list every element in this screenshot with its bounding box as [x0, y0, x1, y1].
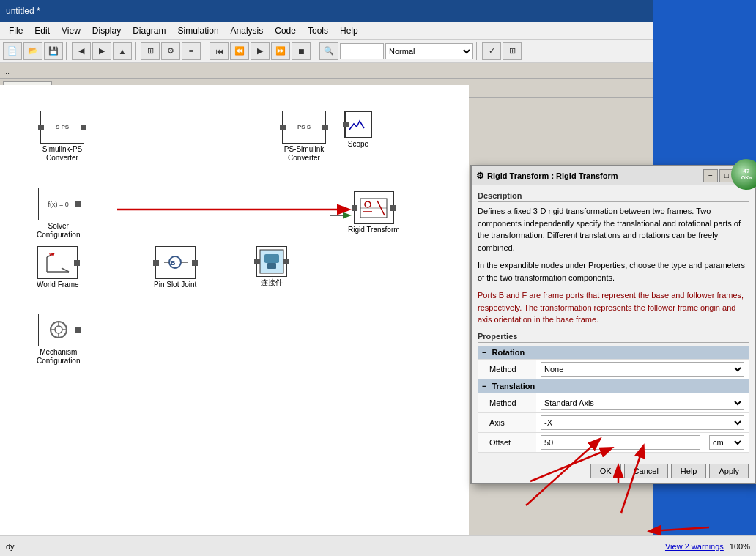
zoom-btn[interactable]: 🔍	[319, 42, 338, 60]
apply-button[interactable]: Apply	[709, 464, 749, 478]
translation-method-value[interactable]: Standard Axis Cartesian	[536, 393, 749, 412]
mechanism-label: MechanismConfiguration	[37, 348, 80, 366]
rotation-method-select[interactable]: None Aligned Axes Rotation Sequence	[541, 362, 744, 377]
svg-rect-24	[267, 263, 276, 269]
scope-block[interactable]: Scope	[344, 111, 372, 149]
rigid-transform-block[interactable]: Rigid Transform	[348, 191, 400, 234]
zoom-input[interactable]: 10.0	[340, 43, 384, 59]
description-text3: Ports B and F are frame ports that repre…	[478, 289, 749, 326]
warnings-link[interactable]: View 2 warnings	[665, 542, 724, 551]
new-button[interactable]: 📄	[3, 42, 22, 60]
simulink-ps-block[interactable]: S PS Simulink-PSConverter	[40, 111, 84, 163]
menu-simulation[interactable]: Simulation	[172, 24, 225, 37]
dialog-footer: OK Cancel Help Apply	[472, 459, 755, 483]
offset-input[interactable]	[541, 435, 700, 450]
status-bar: dy View 2 warnings 100%	[0, 535, 756, 556]
menu-display[interactable]: Display	[86, 24, 127, 37]
breadcrumb-bar: ...	[0, 63, 756, 79]
axis-select[interactable]: -X +X +Y -Y +Z -Z	[541, 415, 744, 430]
offset-unit-cell[interactable]: cm m mm	[705, 432, 749, 452]
offset-value-cell[interactable]	[536, 432, 705, 452]
status-ready: dy	[6, 542, 15, 551]
rotation-method-row: Method None Aligned Axes Rotation Sequen…	[478, 359, 749, 379]
dialog-icon: ⚙	[476, 171, 484, 181]
connector-block[interactable]: 连接件	[256, 246, 287, 287]
toolbar-sep3	[204, 42, 207, 60]
up-button[interactable]: ▲	[113, 42, 132, 60]
translation-method-label: Method	[478, 393, 536, 412]
connector-label: 连接件	[261, 278, 283, 287]
forward-button[interactable]: ▶	[92, 42, 111, 60]
grid-btn[interactable]: ⊞	[503, 42, 522, 60]
play-button[interactable]: ▶	[251, 42, 270, 60]
help-button[interactable]: Help	[671, 464, 707, 478]
translation-method-select[interactable]: Standard Axis Cartesian	[541, 396, 744, 410]
toolbar: 📄 📂 💾 ◀ ▶ ▲ ⊞ ⚙ ≡ ⏮ ⏪ ▶ ⏩ ⏹ 🔍 10.0 Norma…	[0, 40, 756, 63]
rotation-section-row[interactable]: − Rotation	[478, 346, 749, 360]
ps-simulink-block[interactable]: PS S PS-SimulinkConverter	[282, 111, 326, 163]
solver-block[interactable]: f(x) = 0 SolverConfiguration	[37, 188, 80, 240]
open-button[interactable]: 📂	[23, 42, 42, 60]
toolbar-sep1	[66, 42, 69, 60]
status-indicator: 47OKa	[731, 159, 756, 190]
back-button[interactable]: ◀	[72, 42, 91, 60]
sim-btn2[interactable]: ⏪	[230, 42, 249, 60]
description-text2: In the expandible nodes under Properties…	[478, 259, 749, 283]
toolbar-sep2	[135, 42, 138, 60]
breadcrumb-label: ...	[3, 67, 10, 75]
axis-label: Axis	[478, 412, 536, 432]
description-text: Defines a fixed 3-D rigid transformation…	[478, 205, 749, 253]
dialog-minimize-btn[interactable]: −	[703, 169, 718, 182]
rigid-transform-label: Rigid Transform	[348, 226, 400, 234]
ps-simulink-label: PS-SimulinkConverter	[284, 145, 324, 163]
svg-rect-23	[264, 254, 279, 263]
pin-slot-label: Pin Slot Joint	[154, 281, 196, 289]
offset-label: Offset	[478, 432, 536, 452]
description-section-label: Description	[478, 191, 749, 202]
scope-label: Scope	[348, 140, 368, 149]
menu-analysis[interactable]: Analysis	[225, 24, 270, 37]
check-btn[interactable]: ✓	[482, 42, 501, 60]
world-frame-block[interactable]: W World Frame	[37, 246, 79, 289]
mechanism-block[interactable]: MechanismConfiguration	[37, 314, 80, 366]
svg-text:W: W	[49, 251, 55, 258]
menu-file[interactable]: File	[3, 24, 29, 37]
menu-diagram[interactable]: Diagram	[127, 24, 171, 37]
translation-section-row[interactable]: − Translation	[478, 379, 749, 393]
canvas-area[interactable]: S PS Simulink-PSConverter PS S PS-Simuli…	[0, 85, 469, 535]
sim-btn1[interactable]: ⏮	[210, 42, 229, 60]
app-title: untitled *	[6, 6, 40, 16]
translation-method-row: Method Standard Axis Cartesian	[478, 393, 749, 412]
menu-code[interactable]: Code	[269, 24, 302, 37]
simulink-ps-label: Simulink-PSConverter	[42, 145, 82, 163]
dialog-title: Rigid Transform : Rigid Transform	[487, 171, 618, 180]
ok-button[interactable]: OK	[590, 464, 621, 478]
rigid-transform-dialog: ⚙ Rigid Transform : Rigid Transform − □ …	[470, 165, 756, 484]
zoom-level: 100%	[730, 542, 750, 551]
step-button[interactable]: ⏩	[271, 42, 290, 60]
world-frame-label: World Frame	[37, 281, 79, 289]
menu-tools[interactable]: Tools	[302, 24, 334, 37]
save-button[interactable]: 💾	[44, 42, 63, 60]
model-btn[interactable]: ⊞	[141, 42, 160, 60]
title-bar: untitled * − □ ✕	[0, 0, 756, 22]
rotation-method-label: Method	[478, 359, 536, 379]
cancel-button[interactable]: Cancel	[624, 464, 668, 478]
rotation-method-value[interactable]: None Aligned Axes Rotation Sequence	[536, 359, 749, 379]
axis-value[interactable]: -X +X +Y -Y +Z -Z	[536, 412, 749, 432]
sim-mode-select[interactable]: Normal Accelerator Rapid Accelerator	[385, 43, 473, 59]
stop-button[interactable]: ⏹	[292, 42, 311, 60]
svg-point-26	[55, 326, 62, 333]
offset-row: Offset cm m mm	[478, 432, 749, 452]
properties-section-label: Properties	[478, 332, 749, 343]
rotation-header: Rotation	[492, 348, 525, 357]
menu-help[interactable]: Help	[334, 24, 364, 37]
menu-edit[interactable]: Edit	[29, 24, 56, 37]
list-btn[interactable]: ≡	[182, 42, 201, 60]
pin-slot-block[interactable]: B Pin Slot Joint	[154, 246, 196, 289]
solver-label: SolverConfiguration	[37, 222, 80, 240]
menu-view[interactable]: View	[56, 24, 86, 37]
menu-bar: File Edit View Display Diagram Simulatio…	[0, 22, 756, 40]
offset-unit-select[interactable]: cm m mm	[709, 435, 744, 450]
settings-btn[interactable]: ⚙	[161, 42, 180, 60]
